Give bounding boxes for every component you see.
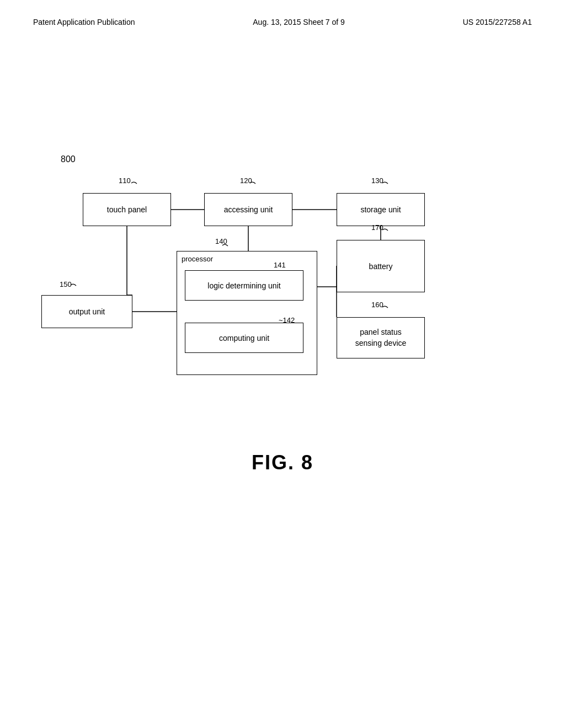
figure-number: 800 xyxy=(61,154,76,164)
accessing-unit-box: accessing unit xyxy=(204,193,292,226)
computing-unit-label: computing unit xyxy=(219,334,269,342)
panel-status-sensing-box: panel statussensing device xyxy=(337,317,425,358)
processor-box: processor xyxy=(177,251,317,375)
page-header: Patent Application Publication Aug. 13, … xyxy=(0,0,565,26)
processor-label: processor xyxy=(182,255,213,263)
ref-150: 150 xyxy=(60,280,72,288)
ref-160: 160 xyxy=(371,301,383,309)
computing-unit-box: computing unit xyxy=(185,323,303,353)
ref-120: 120 xyxy=(240,176,252,185)
touch-panel-label: touch panel xyxy=(107,205,147,214)
ref-141: 141 xyxy=(274,261,286,269)
touch-panel-box: touch panel xyxy=(83,193,171,226)
diagram-area: 800 xyxy=(0,154,565,540)
storage-unit-label: storage unit xyxy=(360,205,401,214)
storage-unit-box: storage unit xyxy=(337,193,425,226)
ref-170: 170 xyxy=(371,223,383,232)
figure-label: FIG. 8 xyxy=(252,451,313,474)
ref-140: 140 xyxy=(215,237,227,245)
battery-box: battery xyxy=(337,240,425,292)
header-middle: Aug. 13, 2015 Sheet 7 of 9 xyxy=(253,18,345,26)
ref-130: 130 xyxy=(371,176,383,185)
output-unit-box: output unit xyxy=(41,295,132,328)
logic-determining-unit-box: logic determining unit xyxy=(185,270,303,301)
output-unit-label: output unit xyxy=(69,307,105,316)
accessing-unit-label: accessing unit xyxy=(224,205,273,214)
header-left: Patent Application Publication xyxy=(33,18,135,26)
header-right: US 2015/227258 A1 xyxy=(463,18,532,26)
panel-status-sensing-label: panel statussensing device xyxy=(355,327,407,349)
logic-determining-unit-label: logic determining unit xyxy=(207,281,280,290)
ref-142: ~142 xyxy=(279,316,295,324)
ref-110: 110 xyxy=(119,176,131,185)
battery-label: battery xyxy=(369,262,393,271)
